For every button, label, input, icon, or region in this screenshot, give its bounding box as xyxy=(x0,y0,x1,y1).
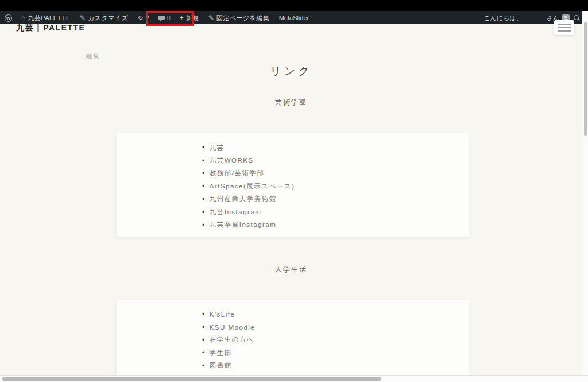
admin-bar-edit-page[interactable]: ✎ 固定ページを編集 xyxy=(204,11,274,24)
hamburger-line xyxy=(558,24,571,25)
vertical-scrollbar xyxy=(582,11,588,382)
customize-pencil-icon: ✎ xyxy=(80,14,86,21)
horizontal-scrollbar xyxy=(0,375,588,382)
customize-label: カスタマイズ xyxy=(88,14,129,22)
search-icon[interactable] xyxy=(573,14,580,21)
site-title[interactable]: 九芸 | PALETTE xyxy=(16,23,85,33)
admin-bar-comments[interactable]: 0 xyxy=(154,11,175,24)
browser-top-strip xyxy=(0,0,588,11)
admin-bar-updates[interactable]: ↻ 2 xyxy=(133,11,153,24)
greeting-label: こんにちは、 xyxy=(483,14,522,22)
link-item[interactable]: 九芸WORKS xyxy=(202,154,469,167)
front-edit-link[interactable]: 編集 xyxy=(86,52,100,60)
admin-bar-site-name[interactable]: ⌂ 九芸PALETTE xyxy=(17,11,75,24)
comments-count: 0 xyxy=(167,14,171,21)
admin-bar-customize[interactable]: ✎ カスタマイズ xyxy=(75,11,133,24)
hamburger-line xyxy=(558,27,571,28)
edit-page-label: 固定ページを編集 xyxy=(216,14,270,22)
link-item[interactable]: 九州産業大学美術館 xyxy=(202,193,469,206)
link-item[interactable]: KSU Moodle xyxy=(202,321,469,333)
updates-count: 2 xyxy=(146,14,149,21)
plus-icon: + xyxy=(180,14,184,21)
link-item[interactable]: 九芸 xyxy=(202,141,469,154)
section-heading-arts: 芸術学部 xyxy=(0,98,582,107)
link-item[interactable]: 図書館 xyxy=(202,360,469,372)
link-item[interactable]: 教務部/芸術学部 xyxy=(202,167,469,180)
wp-logo-menu[interactable]: W xyxy=(0,11,17,24)
new-label: 新規 xyxy=(186,14,199,22)
wp-admin-bar: W ⌂ 九芸PALETTE ✎ カスタマイズ ↻ 2 0 + 新規 ✎ 固定ペー… xyxy=(0,11,582,24)
link-item[interactable]: 在学生の方へ xyxy=(202,334,469,346)
admin-bar-new[interactable]: + 新規 xyxy=(175,11,204,24)
home-icon: ⌂ xyxy=(21,14,25,21)
link-list: 九芸 九芸WORKS 教務部/芸術学部 ArtSpace(展示スペース) 九州産… xyxy=(117,141,469,231)
site-name-label: 九芸PALETTE xyxy=(28,14,71,22)
link-item[interactable]: K'sLife xyxy=(202,308,469,321)
link-item[interactable]: 九芸Instagram xyxy=(202,206,469,218)
edit-pencil-icon: ✎ xyxy=(208,14,214,21)
wordpress-logo-icon: W xyxy=(5,14,12,22)
metaslider-label: MetaSlider xyxy=(279,14,310,21)
horizontal-scrollbar-thumb[interactable] xyxy=(2,377,381,381)
section-heading-campuslife: 大学生活 xyxy=(0,265,582,275)
comments-icon xyxy=(158,16,165,20)
link-item[interactable]: 学生部 xyxy=(202,346,469,359)
hamburger-line xyxy=(558,30,571,32)
vertical-scrollbar-thumb[interactable] xyxy=(584,22,587,136)
page-title: リンク xyxy=(0,64,582,79)
link-item[interactable]: ArtSpace(展示スペース) xyxy=(202,180,469,192)
admin-bar-metaslider[interactable]: MetaSlider xyxy=(274,11,314,24)
link-list: K'sLife KSU Moodle 在学生の方へ 学生部 図書館 キャリア支援… xyxy=(117,308,469,376)
links-card-arts: 九芸 九芸WORKS 教務部/芸術学部 ArtSpace(展示スペース) 九州産… xyxy=(117,133,469,237)
link-item[interactable]: 九芸卒展Instagram xyxy=(202,218,469,231)
hamburger-menu-button[interactable] xyxy=(554,20,574,35)
links-card-campuslife: K'sLife KSU Moodle 在学生の方へ 学生部 図書館 キャリア支援… xyxy=(117,300,469,376)
updates-icon: ↻ xyxy=(137,14,143,21)
